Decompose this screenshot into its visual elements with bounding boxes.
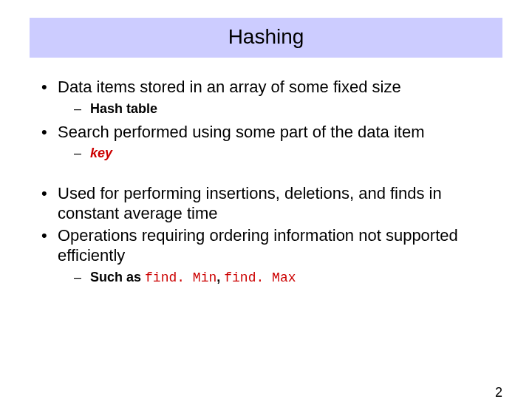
bullet-2-sub-text: key xyxy=(90,146,112,160)
bullet-4-code2: find. Max xyxy=(224,270,296,285)
bullet-4-sub-prefix: Such as xyxy=(90,270,145,284)
spacer xyxy=(37,167,495,183)
bullet-1: Data items stored in an array of some fi… xyxy=(37,77,495,117)
bullet-2: Search performed using some part of the … xyxy=(37,122,495,163)
bullet-1-sub: Hash table xyxy=(58,100,495,117)
bullet-1-sub-text: Hash table xyxy=(90,101,157,116)
bullet-4-text: Operations requiring ordering informatio… xyxy=(58,226,458,265)
bullet-4-sep: , xyxy=(216,270,224,284)
bullet-2-sub: key xyxy=(58,145,495,162)
bullet-4: Operations requiring ordering informatio… xyxy=(37,225,495,287)
bullet-list-2: Used for performing insertions, deletion… xyxy=(37,183,495,287)
bullet-2-text: Search performed using some part of the … xyxy=(58,123,424,141)
bullet-3-text: Used for performing insertions, deletion… xyxy=(58,184,442,223)
bullet-4-code1: find. Min xyxy=(145,270,216,285)
slide-title: Hashing xyxy=(30,25,502,49)
bullet-list: Data items stored in an array of some fi… xyxy=(37,77,495,163)
bullet-1-sublist: Hash table xyxy=(58,100,495,117)
page-number: 2 xyxy=(495,385,502,399)
title-bar: Hashing xyxy=(30,18,502,58)
slide: Hashing Data items stored in an array of… xyxy=(0,18,532,399)
bullet-1-text: Data items stored in an array of some fi… xyxy=(58,78,401,96)
bullet-2-sublist: key xyxy=(58,145,495,162)
bullet-4-sub: Such as find. Min, find. Max xyxy=(58,269,495,287)
bullet-3: Used for performing insertions, deletion… xyxy=(37,183,495,224)
bullet-4-sublist: Such as find. Min, find. Max xyxy=(58,269,495,287)
slide-content: Data items stored in an array of some fi… xyxy=(0,58,532,287)
